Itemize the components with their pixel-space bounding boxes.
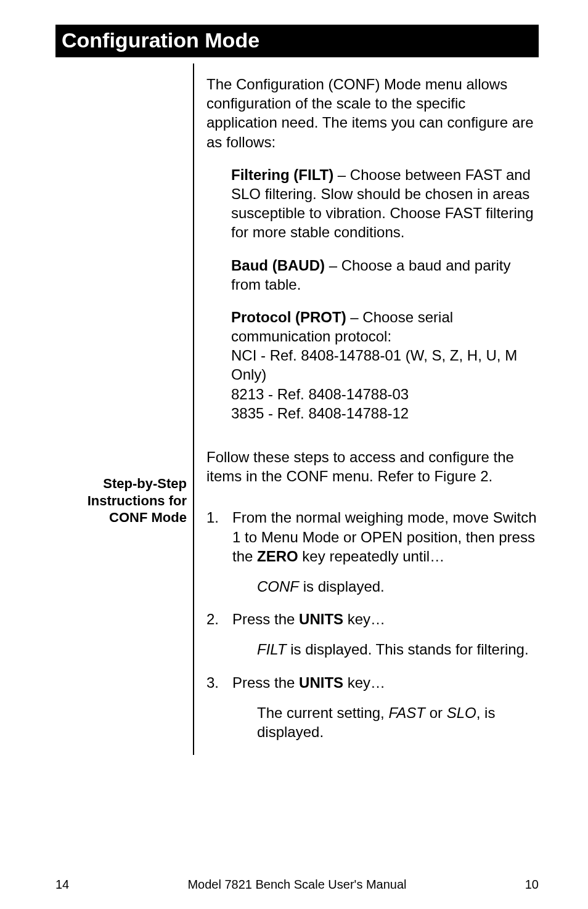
step-2-key: UNITS: [299, 611, 343, 627]
step-1-key: ZERO: [257, 548, 298, 565]
step-1-number: 1.: [206, 508, 232, 566]
step-3-text-b: key…: [343, 674, 385, 691]
step-3-sub-i1: FAST: [388, 704, 425, 721]
step-3: 3. Press the UNITS key…: [206, 673, 539, 692]
content-column: The Configuration (CONF) Mode menu allow…: [194, 63, 539, 755]
protocol-head: Protocol (PROT): [231, 309, 346, 325]
step-1-text-b: key repeatedly until…: [298, 548, 444, 565]
step-2-text-a: Press the: [232, 611, 299, 627]
step-3-sub-a: The current setting,: [257, 704, 388, 721]
sidebar-heading: Step-by-Step Instructions for CONF Mode: [57, 475, 187, 526]
page: Configuration Mode Step-by-Step Instruct…: [0, 0, 588, 909]
step-2-body: Press the UNITS key…: [232, 609, 539, 629]
page-footer: 14 Model 7821 Bench Scale User's Manual …: [55, 878, 539, 892]
two-column-layout: Step-by-Step Instructions for CONF Mode …: [55, 63, 539, 755]
step-2-sub: FILT is displayed. This stands for filte…: [257, 640, 539, 659]
sidebar-line-3: CONF Mode: [109, 510, 187, 525]
footer-page-left: 14: [55, 878, 69, 892]
section-title: Configuration Mode: [62, 28, 259, 52]
baud-head: Baud (BAUD): [231, 257, 325, 274]
section-title-bar: Configuration Mode: [55, 25, 539, 57]
footer-page-right: 10: [525, 878, 539, 892]
step-3-sub-i2: SLO: [447, 704, 476, 721]
step-2: 2. Press the UNITS key…: [206, 609, 539, 629]
step-1-sub: CONF is displayed.: [257, 577, 539, 596]
intro-paragraph: The Configuration (CONF) Mode menu allow…: [206, 75, 539, 152]
step-2-number: 2.: [206, 609, 232, 629]
step-2-sub-rest: is displayed. This stands for filtering.: [287, 641, 529, 658]
step-1-sub-rest: is displayed.: [299, 578, 385, 595]
step-1-sub-italic: CONF: [257, 578, 299, 595]
filtering-head: Filtering (FILT): [231, 166, 333, 183]
protocol-ref-3: 3835 - Ref. 8408-14788-12: [231, 405, 409, 422]
step-3-sub: The current setting, FAST or SLO, is dis…: [257, 703, 539, 741]
baud-block: Baud (BAUD) – Choose a baud and parity f…: [231, 256, 539, 294]
follow-paragraph: Follow these steps to access and configu…: [206, 447, 539, 486]
step-3-body: Press the UNITS key…: [232, 673, 539, 692]
protocol-block: Protocol (PROT) – Choose serial communic…: [231, 308, 539, 423]
sidebar-column: Step-by-Step Instructions for CONF Mode: [55, 63, 194, 755]
step-3-key: UNITS: [299, 674, 343, 691]
step-3-number: 3.: [206, 673, 232, 692]
step-3-text-a: Press the: [232, 674, 299, 691]
filtering-block: Filtering (FILT) – Choose between FAST a…: [231, 165, 539, 242]
step-1: 1. From the normal weighing mode, move S…: [206, 508, 539, 566]
step-3-sub-m: or: [425, 704, 447, 721]
step-1-body: From the normal weighing mode, move Swit…: [232, 508, 539, 566]
protocol-ref-2: 8213 - Ref. 8408-14788-03: [231, 386, 409, 402]
step-2-sub-italic: FILT: [257, 641, 287, 658]
sidebar-line-2: Instructions for: [88, 493, 187, 508]
step-2-text-b: key…: [343, 611, 385, 627]
protocol-ref-1: NCI - Ref. 8408-14788-01 (W, S, Z, H, U,…: [231, 347, 517, 383]
sidebar-line-1: Step-by-Step: [103, 476, 187, 491]
footer-manual-title: Model 7821 Bench Scale User's Manual: [69, 878, 525, 892]
